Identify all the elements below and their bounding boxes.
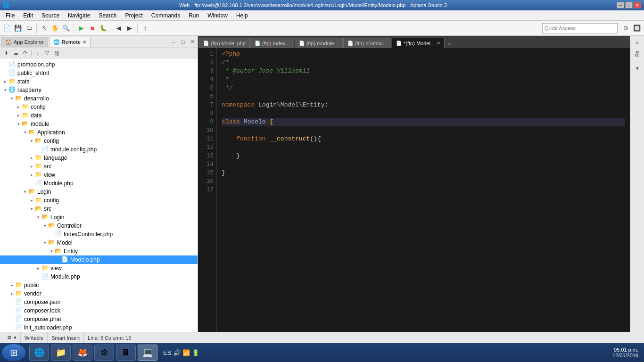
editor-tab-1[interactable]: 📄(ftp) Index... bbox=[250, 38, 294, 48]
tree-item-22[interactable]: ▾📂Entity bbox=[0, 247, 198, 255]
panel-maximize-btn[interactable]: □ bbox=[179, 38, 187, 46]
status-settings[interactable]: ⚙ ▾ bbox=[3, 332, 21, 343]
tree-item-2[interactable]: ▸📁stats bbox=[0, 77, 198, 86]
tree-item-13[interactable]: ▸📁view bbox=[0, 171, 198, 179]
line-number-16: 16 bbox=[201, 177, 214, 186]
battery-icon[interactable]: 🔋 bbox=[192, 349, 199, 356]
tree-item-29[interactable]: 📄composer.lock bbox=[0, 306, 198, 315]
menu-item-file[interactable]: File bbox=[2, 11, 18, 20]
right-panel-chevron[interactable]: ▾ bbox=[632, 63, 643, 74]
back-button[interactable]: ◀ bbox=[114, 23, 124, 33]
menu-item-source[interactable]: Source bbox=[38, 11, 63, 20]
menu-item-help[interactable]: Help bbox=[232, 11, 252, 20]
tree-item-19[interactable]: ▾📂Controller bbox=[0, 222, 198, 230]
tree-item-9[interactable]: ▾📂config bbox=[0, 137, 198, 145]
tree-item-8[interactable]: ▾📂Application bbox=[0, 128, 198, 137]
panel-cloud-btn[interactable]: ☁ bbox=[11, 49, 20, 58]
tree-item-16[interactable]: ▸📁config bbox=[0, 196, 198, 205]
tree-item-7[interactable]: ▾📂module bbox=[0, 120, 198, 128]
tree-item-21[interactable]: ▾📂Model bbox=[0, 239, 198, 247]
maximize-button[interactable]: □ bbox=[625, 2, 633, 8]
toolbar-sep-3 bbox=[111, 24, 111, 33]
hand-button[interactable]: ✋ bbox=[50, 23, 60, 33]
tree-item-10[interactable]: 📄module.config.php bbox=[0, 145, 198, 154]
taskbar-app-settings[interactable]: ⚙ bbox=[94, 345, 114, 361]
run-button[interactable]: ▶ bbox=[76, 23, 87, 33]
new-button[interactable]: 📄 bbox=[2, 23, 12, 33]
taskbar-app-firefox[interactable]: 🦊 bbox=[73, 345, 92, 361]
quick-access-input[interactable] bbox=[545, 25, 615, 31]
tree-item-1[interactable]: 📄public_shtml bbox=[0, 69, 198, 77]
taskbar-app-aptana[interactable]: 💻 bbox=[138, 345, 157, 361]
taskbar-app-file-explorer[interactable]: 📁 bbox=[51, 345, 71, 361]
tree-item-30[interactable]: 📄composer.phar bbox=[0, 315, 198, 323]
cursor-button[interactable]: ↖ bbox=[39, 23, 50, 33]
tree-item-3[interactable]: ▾🌐raspberry bbox=[0, 86, 198, 94]
menu-item-run[interactable]: Run bbox=[185, 11, 203, 20]
minimize-button[interactable]: ─ bbox=[617, 2, 624, 8]
forward-button[interactable]: ▶ bbox=[124, 23, 135, 33]
sync-button[interactable]: ↕ bbox=[140, 23, 150, 33]
tree-item-14[interactable]: 📄Module.php bbox=[0, 179, 198, 188]
zoom-button[interactable]: 🔍 bbox=[61, 23, 71, 33]
tree-item-20[interactable]: 📄IndexController.php bbox=[0, 230, 198, 239]
tree-item-31[interactable]: 📄init_autoloader.php bbox=[0, 323, 198, 332]
tree-item-18[interactable]: ▾📂Login bbox=[0, 213, 198, 222]
right-panel-toggle[interactable]: » bbox=[632, 38, 643, 48]
editor-tab-4[interactable]: 📄*(ftp) Model...✕ bbox=[392, 38, 445, 48]
close-button[interactable]: ✕ bbox=[634, 2, 641, 8]
remote-tab-close[interactable]: ✕ bbox=[83, 40, 86, 45]
panel-link-btn[interactable]: ⛓ bbox=[52, 49, 61, 58]
menu-item-commands[interactable]: Commands bbox=[148, 11, 184, 20]
code-content[interactable]: <?php/* * @autor Jose Villasmil * */ nam… bbox=[217, 48, 630, 332]
tree-item-28[interactable]: 📄composer.json bbox=[0, 298, 198, 306]
code-editor[interactable]: 1234567891011121314151617 <?php/* * @aut… bbox=[198, 48, 630, 332]
tree-icon-20: 📄 bbox=[55, 230, 62, 238]
open-perspective-button[interactable]: 🔲 bbox=[632, 23, 642, 33]
editor-tab-3[interactable]: 📄(ftp) promoc... bbox=[343, 38, 391, 48]
panel-refresh-btn[interactable]: ⟳ bbox=[21, 49, 29, 58]
tree-item-5[interactable]: ▸📁config bbox=[0, 103, 198, 111]
menu-item-window[interactable]: Window bbox=[204, 11, 231, 20]
debug-button[interactable]: 🐛 bbox=[98, 23, 108, 33]
tree-item-24[interactable]: ▸📁view bbox=[0, 264, 198, 272]
tab-remote[interactable]: 🌐 Remote ✕ bbox=[49, 37, 91, 47]
start-button[interactable]: ⊞ bbox=[2, 344, 25, 361]
network-icon[interactable]: 📶 bbox=[182, 349, 190, 356]
tree-item-23[interactable]: 📄Modelo.php bbox=[0, 255, 198, 264]
panel-download-btn[interactable]: ⬇ bbox=[2, 49, 10, 58]
editor-tab-close-4[interactable]: ✕ bbox=[437, 41, 440, 46]
save-all-button[interactable]: 🗂 bbox=[24, 23, 34, 33]
tree-item-25[interactable]: 📄Module.php bbox=[0, 272, 198, 281]
stop-button[interactable]: ■ bbox=[87, 23, 98, 33]
editor-tab-label-1: (ftp) Index... bbox=[262, 41, 290, 46]
menu-item-edit[interactable]: Edit bbox=[19, 11, 37, 20]
tree-item-6[interactable]: ▸📁data bbox=[0, 111, 198, 120]
more-tabs-button[interactable]: » bbox=[445, 40, 454, 48]
menu-item-project[interactable]: Project bbox=[121, 11, 146, 20]
tab-app-explorer[interactable]: 🏠 App Explorer bbox=[1, 37, 48, 47]
taskbar-app-calculator[interactable]: 🖩 bbox=[116, 345, 136, 361]
editor-tab-2[interactable]: 📄(ftp) module... bbox=[295, 38, 343, 48]
panel-filter-btn[interactable]: ▽ bbox=[43, 49, 51, 58]
volume-icon[interactable]: 🔊 bbox=[173, 349, 181, 356]
panel-collapse-btn[interactable]: ↕ bbox=[33, 49, 42, 58]
tree-item-4[interactable]: ▾📂desarrollo bbox=[0, 94, 198, 103]
tree-item-0[interactable]: 📄promocion.php bbox=[0, 60, 198, 69]
tree-label-15: Login bbox=[37, 189, 51, 195]
tree-item-26[interactable]: ▸📁public bbox=[0, 281, 198, 289]
taskbar-app-chrome[interactable]: 🌐 bbox=[29, 345, 49, 361]
tree-item-15[interactable]: ▾📂Login bbox=[0, 188, 198, 196]
panel-close-btn[interactable]: ✕ bbox=[188, 38, 197, 46]
tree-item-27[interactable]: ▸📁vendor bbox=[0, 289, 198, 298]
quick-access-box[interactable] bbox=[542, 23, 618, 33]
editor-tab-0[interactable]: 📄(ftp) Model.php bbox=[199, 38, 250, 48]
tree-item-12[interactable]: ▸📁src bbox=[0, 162, 198, 171]
menu-item-navigate[interactable]: Navigate bbox=[64, 11, 94, 20]
tree-item-11[interactable]: ▸📁language bbox=[0, 154, 198, 162]
tree-item-17[interactable]: ▾📂src bbox=[0, 205, 198, 213]
menu-item-search[interactable]: Search bbox=[95, 11, 120, 20]
perspective-button[interactable]: ⧉ bbox=[620, 23, 631, 33]
panel-minimize-btn[interactable]: ─ bbox=[169, 38, 178, 46]
save-button[interactable]: 💾 bbox=[13, 23, 23, 33]
